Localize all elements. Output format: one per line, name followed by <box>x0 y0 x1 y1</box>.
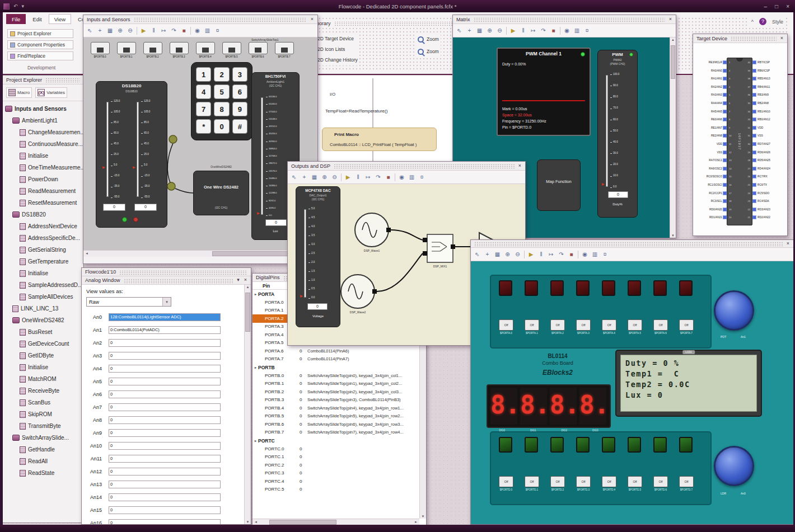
keypad-key-3[interactable]: 3 <box>232 67 247 82</box>
close-icon[interactable]: × <box>242 277 249 284</box>
analog-value-input[interactable]: 128:ComboBL0114(LightSensor ADC) <box>109 313 221 321</box>
tree-item-getserialstring[interactable]: GetSerialString <box>3 244 83 256</box>
tree-item-continuousmeasure-[interactable]: ContinuousMeasure... <box>3 138 83 150</box>
chart-icon[interactable]: ▥ <box>407 172 417 182</box>
scroll-down-icon[interactable]: ▼ <box>670 234 676 237</box>
scroll-down-icon[interactable]: ▼ <box>245 520 251 524</box>
close-icon[interactable]: × <box>667 16 674 23</box>
pan-icon[interactable]: + <box>483 249 492 259</box>
switch-component[interactable]: $PORTB.7 <box>271 42 297 58</box>
board-switch[interactable]: Off$PORTD.0 <box>497 476 516 491</box>
inputs-horizontal-scrollbar[interactable]: ◄ ► <box>83 250 317 257</box>
sensor-value[interactable]: 0 <box>265 219 287 226</box>
slider-marker-icon[interactable]: ▶ <box>133 166 135 169</box>
chart-icon[interactable]: ▥ <box>203 26 212 35</box>
pin-icon[interactable]: ▾ <box>235 277 242 284</box>
board-switch[interactable]: Off$PORTA.2 <box>548 319 567 335</box>
scroll-right-icon[interactable]: ► <box>413 520 419 524</box>
tree-item-initialise[interactable]: Initialise <box>3 361 83 373</box>
switch-button[interactable]: Off <box>679 476 694 487</box>
analog-value-input[interactable]: 0 <box>109 519 221 525</box>
switch-button[interactable]: Off <box>499 476 513 487</box>
tree-item-readstate[interactable]: ReadState <box>3 467 83 479</box>
style-menu[interactable]: Style <box>772 19 783 25</box>
chevron-down-icon[interactable]: ▾ <box>22 3 25 9</box>
pan-icon[interactable]: + <box>95 26 105 35</box>
pin[interactable] <box>723 69 727 73</box>
dac-value[interactable]: 0 <box>307 303 328 310</box>
cursor-icon[interactable]: ⇖ <box>85 26 95 35</box>
tree-item-resetmeasurement[interactable]: ResetMeasurement <box>3 197 83 209</box>
digital-pin-row[interactable]: PORTB.60SwitchArraySlideTop(pin6), keypa… <box>252 420 419 429</box>
switch-button[interactable]: Off <box>628 476 642 487</box>
scrollbar-thumb[interactable] <box>245 293 250 332</box>
pin[interactable] <box>752 199 756 203</box>
pin[interactable] <box>752 69 756 73</box>
inputs-sensors-titlebar[interactable]: Inputs and Sensors × <box>83 15 317 24</box>
slider-marker-icon[interactable]: ▶ <box>300 294 303 298</box>
switch-component[interactable]: $PORTB.6 <box>245 42 271 58</box>
tree-item-busreset[interactable]: BusReset <box>3 326 83 338</box>
toggle-switch[interactable] <box>170 42 189 54</box>
zoom-in-icon[interactable]: ⊕ <box>320 172 329 182</box>
switch-button[interactable]: Off <box>576 476 591 487</box>
ldr-knob[interactable] <box>714 446 754 486</box>
tree-item-link-linc-13[interactable]: LINK_LINC_13 <box>3 303 83 314</box>
tab-view[interactable]: View <box>49 14 71 24</box>
pause-icon[interactable]: ‖ <box>353 172 363 182</box>
pin[interactable] <box>752 183 756 187</box>
pin[interactable] <box>723 191 727 195</box>
grid-icon[interactable]: ▦ <box>105 26 115 35</box>
digital-pin-row[interactable]: PORTB.00SwitchArraySlideTop(pin0), keypa… <box>252 371 419 380</box>
zoom-button[interactable]: Zoom <box>418 33 439 45</box>
pin[interactable] <box>752 126 756 130</box>
pin[interactable] <box>723 101 727 105</box>
slider-track[interactable] <box>137 102 139 197</box>
record-icon[interactable]: ◉ <box>193 26 202 35</box>
digital-pin-row[interactable]: PORTB.10SwitchArraySlideTop(pin1), keypa… <box>252 380 419 388</box>
pin[interactable] <box>723 215 727 219</box>
keypad-key-hash[interactable]: # <box>232 119 247 134</box>
pan-icon[interactable]: + <box>465 26 474 35</box>
tree-item-ambientlight1[interactable]: AmbientLight1 <box>3 115 83 126</box>
zoom-out-icon[interactable]: ⊖ <box>513 249 522 259</box>
digital-pin-row[interactable]: PORTB.30SwitchArraySlideTop(pin3), Combo… <box>252 396 419 404</box>
keypad-key-star[interactable]: * <box>196 119 211 134</box>
board-switch[interactable]: Off$PORTA.0 <box>497 319 516 335</box>
tree-item-matchrom[interactable]: MatchROM <box>3 373 83 385</box>
pin[interactable] <box>723 134 727 138</box>
stop-icon[interactable]: ■ <box>179 26 189 35</box>
tree-item-receivebyte[interactable]: ReceiveByte <box>3 385 83 397</box>
toggle-switch[interactable] <box>222 42 241 54</box>
digital-pin-row[interactable]: PORTA.60ComboBL0114(PinA6) <box>252 347 419 355</box>
keypad-key-6[interactable]: 6 <box>232 84 247 99</box>
switch-button[interactable]: Off <box>499 319 513 331</box>
play-icon[interactable]: ▶ <box>139 26 148 35</box>
tree-item-skiprom[interactable]: SkipROM <box>3 408 83 420</box>
pin[interactable] <box>752 208 756 211</box>
board-switch[interactable]: Off$PORTA.3 <box>574 319 593 335</box>
tree-item-onetimemeasureme-[interactable]: OneTimeMeasureme... <box>3 162 83 173</box>
pin[interactable] <box>752 158 756 162</box>
pin[interactable] <box>723 183 727 187</box>
switch-button[interactable]: Off <box>628 319 642 331</box>
close-icon[interactable]: × <box>516 163 523 170</box>
tree-item-addressnextdevice[interactable]: AddressNextDevice <box>3 220 83 232</box>
switch-component[interactable]: $PORTB.4 <box>192 42 218 58</box>
minimize-button[interactable]: – <box>764 3 768 10</box>
pin[interactable] <box>752 77 756 81</box>
record-icon[interactable]: ◉ <box>562 26 572 35</box>
digital-pin-row[interactable]: PORTB.40SwitchArraySlideTop(pin4), keypa… <box>252 404 419 412</box>
switch-component[interactable]: $PORTB.1 <box>113 42 139 58</box>
board-switch[interactable]: Off$PORTA.1 <box>522 319 541 335</box>
ds18b20-component[interactable]: DS18B20 DS18B20 125.0105.085.065.045.025… <box>96 81 167 228</box>
switch-component[interactable]: $PORTB.3 <box>166 42 192 58</box>
analog-value-input[interactable]: 0 <box>109 468 221 475</box>
pin[interactable] <box>723 126 727 130</box>
flowchart-call-macro-icon[interactable] <box>322 128 437 151</box>
zoom-out-icon[interactable]: ⊖ <box>125 26 135 35</box>
tree-item-changemeasuremen-[interactable]: ChangeMeasuremen... <box>3 126 83 138</box>
step-into-icon[interactable]: ↦ <box>529 26 538 35</box>
project-explorer-titlebar[interactable]: Project Explorer <box>3 76 83 84</box>
step-over-icon[interactable]: ↷ <box>169 26 179 35</box>
